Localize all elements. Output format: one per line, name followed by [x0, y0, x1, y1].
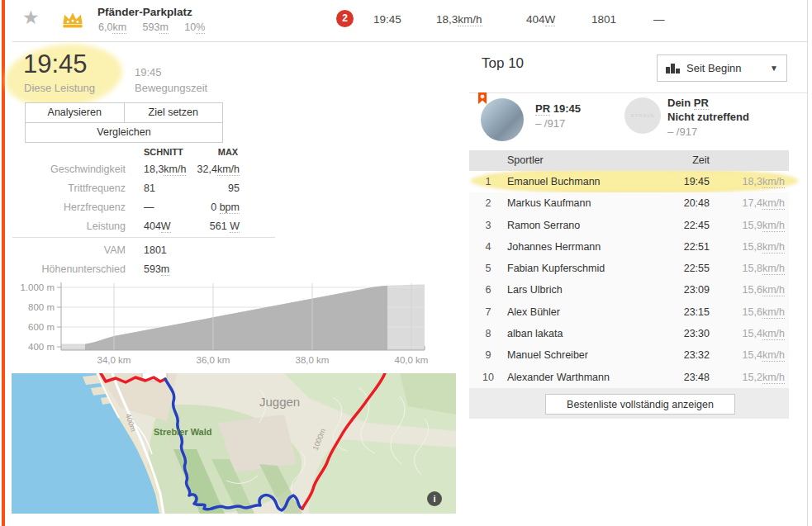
- stats-col-max: MAX: [197, 144, 240, 160]
- stats-row-elevdiff: Höhenunterschied 593m: [25, 260, 240, 279]
- stats-row-cadence: Trittfrequenz 81 95: [25, 179, 240, 198]
- panel-right-border: [807, 0, 808, 526]
- moving-time: 19:45: [135, 66, 162, 78]
- stats-divider: [12, 237, 275, 238]
- your-pr-value: Nicht zutreffend: [667, 111, 749, 123]
- pr-medal-icon: [477, 92, 488, 109]
- stats-row-speed: Geschwindigkeit 18,3km/h 32,4km/h: [25, 160, 240, 179]
- table-row[interactable]: 7 Alex Bühler 23:15 15,6km/h: [469, 301, 789, 323]
- segment-effort-page: ★ Pfänder-Parkplatz 6,0km 593m 10% 2 19:…: [0, 0, 812, 526]
- achievement-badge[interactable]: 2: [336, 10, 354, 27]
- table-row[interactable]: 9 Manuel Schreiber 23:32 15,4km/h: [469, 344, 789, 366]
- leaderboard-filter-dropdown[interactable]: Seit Beginn ▼: [657, 54, 787, 82]
- map-info-icon[interactable]: i: [427, 491, 442, 506]
- header-speed-value: 18,3km/h: [436, 13, 482, 26]
- effort-actions: Analysieren Ziel setzen Vergleichen: [25, 102, 223, 143]
- svg-text:34,0 km: 34,0 km: [97, 355, 131, 365]
- map-forest-label: Strebler Wald: [154, 427, 212, 437]
- set-goal-button[interactable]: Ziel setzen: [125, 103, 223, 122]
- header-vam-value: 1801: [591, 13, 616, 26]
- segment-distance: 6,0km: [98, 21, 126, 33]
- segment-stats: 6,0km 593m 10%: [98, 21, 218, 33]
- compare-button[interactable]: Vergleichen: [26, 123, 222, 142]
- leaderboard-header-row: Sportler Zeit: [469, 150, 789, 171]
- pr-rank: – /917: [535, 117, 565, 130]
- col-athlete: Sportler: [507, 150, 655, 171]
- table-row[interactable]: 6 Lars Ulbrich 23:09 15,6km/h: [469, 279, 789, 301]
- svg-text:36,0 km: 36,0 km: [197, 355, 230, 365]
- stats-row-vam: VAM 1801: [25, 241, 240, 260]
- table-row[interactable]: 1 Emanuel Buchmann 19:45 18,3km/h: [469, 171, 789, 192]
- stats-col-avg: SCHNITT: [144, 144, 197, 160]
- your-pr-rank: – /917: [667, 126, 697, 138]
- effort-time: 19:45: [23, 50, 88, 79]
- stats-row-heartrate: Herzfrequenz — 0 bpm: [25, 198, 240, 217]
- header-power-value: 404W: [526, 13, 555, 26]
- segment-elevation: 593m: [143, 21, 169, 33]
- route-map[interactable]: Juggen Strebler Wald 400m 1000m i: [12, 373, 456, 514]
- table-row[interactable]: 3 Ramon Serrano 22:45 15,9km/h: [469, 215, 789, 236]
- svg-text:400 m: 400 m: [28, 342, 55, 352]
- pr-time: PR 19:45: [535, 102, 581, 115]
- header-divider: [12, 41, 807, 42]
- svg-text:600 m: 600 m: [28, 322, 55, 332]
- pr-section-divider: [469, 92, 807, 93]
- table-row[interactable]: 2 Markus Kaufmann 20:48 17,4km/h: [469, 192, 789, 214]
- moving-time-label: Bewegungszeit: [135, 82, 207, 94]
- svg-text:38,0 km: 38,0 km: [296, 355, 330, 365]
- analyze-button[interactable]: Analysieren: [26, 103, 125, 122]
- filter-selected-value: Seit Beginn: [686, 62, 770, 74]
- stats-row-power: Leistung 404W 561 W: [25, 217, 240, 236]
- segment-grade: 10%: [184, 21, 205, 33]
- your-pr-avatar: STRAVA: [624, 97, 661, 134]
- chevron-down-icon: ▼: [770, 64, 778, 73]
- leaderboard-footer: Bestenliste vollständig anzeigen: [469, 388, 789, 419]
- elevation-chart[interactable]: 1.000 m 800 m 600 m 400 m 34,0 km 36,0 k…: [7, 277, 459, 370]
- leaderboard-title: Top 10: [482, 55, 524, 72]
- map-place-label: Juggen: [259, 395, 300, 409]
- chart-y-ticks: 1.000 m 800 m 600 m 400 m: [20, 282, 55, 352]
- effort-stats-table: SCHNITT MAX Geschwindigkeit 18,3km/h 32,…: [25, 144, 240, 279]
- header-hr-value: —: [653, 13, 665, 26]
- header-time-value: 19:45: [373, 13, 401, 26]
- leaderboard-table: Sportler Zeit 1 Emanuel Buchmann 19:45 1…: [469, 150, 789, 388]
- table-row[interactable]: 5 Fabian Kupferschmid 22:55 15,8km/h: [469, 258, 789, 279]
- kom-crown-icon: [61, 11, 84, 28]
- segment-title[interactable]: Pfänder-Parkplatz: [97, 6, 192, 18]
- show-full-leaderboard-button[interactable]: Bestenliste vollständig anzeigen: [545, 394, 735, 415]
- svg-text:800 m: 800 m: [28, 302, 55, 312]
- star-icon[interactable]: ★: [22, 7, 40, 29]
- your-pr-label: Dein PR: [667, 97, 709, 109]
- elevation-area-segment: [85, 286, 387, 350]
- bar-chart-icon: [666, 64, 681, 73]
- svg-text:i: i: [433, 494, 435, 504]
- chart-x-ticks: 34,0 km 36,0 km 38,0 km 40,0 km: [97, 355, 429, 365]
- table-row[interactable]: 4 Johannes Herrmann 22:51 15,8km/h: [469, 236, 789, 258]
- table-row[interactable]: 10 Alexander Warthmann 23:48 15,2km/h: [469, 367, 789, 388]
- col-time: Zeit: [655, 150, 710, 171]
- effort-time-label: Diese Leistung: [24, 82, 95, 94]
- stats-header-row: SCHNITT MAX: [25, 144, 240, 160]
- table-row[interactable]: 8 alban lakata 23:30 15,4km/h: [469, 323, 789, 344]
- svg-text:1.000 m: 1.000 m: [20, 282, 55, 292]
- svg-text:40,0 km: 40,0 km: [395, 355, 429, 365]
